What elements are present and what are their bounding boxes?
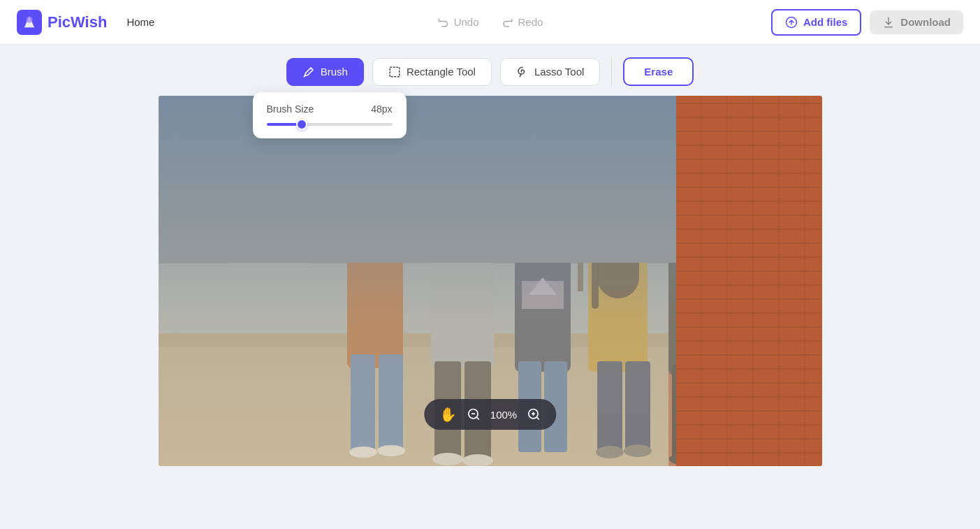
redo-button[interactable]: Redo: [502, 16, 543, 29]
logo-area[interactable]: PicWish: [17, 10, 107, 35]
zoom-out-button[interactable]: [467, 407, 481, 421]
svg-line-87: [476, 417, 479, 420]
brush-slider[interactable]: [267, 123, 393, 126]
header-right: Add files Download: [771, 9, 963, 36]
brush-size-popup: Brush Size 48px: [253, 92, 407, 138]
add-files-button[interactable]: Add files: [771, 9, 861, 36]
brush-popup-header: Brush Size 48px: [267, 103, 393, 115]
upload-icon: [785, 16, 798, 29]
home-link[interactable]: Home: [126, 16, 154, 28]
toolbar: Brush Rectangle Tool Lasso Tool Erase Br…: [0, 45, 980, 96]
download-icon: [882, 16, 895, 29]
zoom-in-icon: [527, 407, 541, 421]
pan-tool-button[interactable]: ✋: [439, 406, 457, 423]
bg-overlay: [159, 96, 676, 466]
zoom-out-icon: [467, 407, 481, 421]
header: PicWish Home Undo Redo Add files: [0, 0, 980, 45]
brush-tool-button[interactable]: Brush: [286, 58, 364, 86]
rectangle-icon: [388, 66, 401, 78]
brush-icon: [302, 66, 315, 78]
zoom-value: 100%: [490, 409, 517, 421]
lasso-tool-button[interactable]: Lasso Tool: [500, 58, 600, 86]
image-container[interactable]: ✋ 100%: [159, 96, 822, 466]
svg-rect-3: [390, 67, 400, 77]
redo-icon: [502, 16, 514, 29]
brick-wall: [676, 96, 822, 466]
toolbar-divider: [611, 58, 612, 86]
zoom-toolbar: ✋ 100%: [424, 399, 556, 430]
zoom-in-button[interactable]: [527, 407, 541, 421]
brush-size-value: 48px: [371, 103, 392, 115]
logo-icon: [17, 10, 42, 35]
svg-line-91: [536, 417, 539, 420]
app-name: PicWish: [47, 13, 107, 31]
brush-slider-thumb[interactable]: [296, 119, 307, 130]
header-center: Undo Redo: [437, 16, 543, 29]
canvas-area: ✋ 100%: [0, 96, 980, 483]
rectangle-tool-button[interactable]: Rectangle Tool: [372, 58, 492, 86]
lasso-icon: [516, 66, 529, 78]
undo-icon: [437, 16, 450, 29]
erase-button[interactable]: Erase: [623, 57, 694, 86]
svg-point-1: [27, 16, 33, 22]
brush-size-label: Brush Size: [267, 103, 314, 115]
undo-button[interactable]: Undo: [437, 16, 479, 29]
hand-icon: ✋: [439, 406, 457, 423]
download-button[interactable]: Download: [870, 10, 963, 34]
